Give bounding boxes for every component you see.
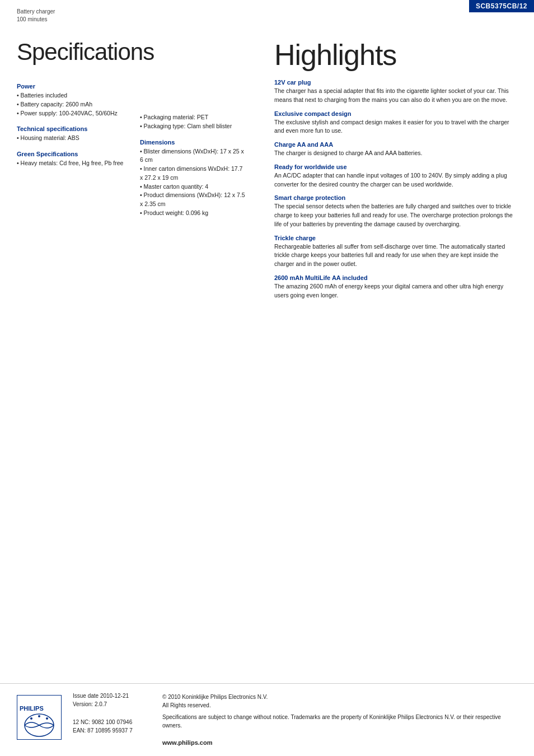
list-item: Blister dimensions (WxDxH): 17 x 25 x 6 … [140, 147, 246, 165]
highlight-12v-car-plug: 12V car plug The charger has a special a… [274, 79, 517, 105]
highlight-heading: Charge AA and AAA [274, 141, 517, 148]
tech-specs-list: Housing material: ABS [17, 134, 129, 143]
nc-ean: 12 NC: 9082 100 07946 EAN: 87 10895 9593… [73, 718, 151, 735]
svg-point-5 [46, 717, 48, 720]
specifications-column: Specifications Power Batteries included … [0, 34, 263, 316]
highlight-heading: 12V car plug [274, 79, 517, 86]
highlight-heading: Exclusive compact design [274, 110, 517, 117]
footer-meta: Issue date 2010-12-21 Version: 2.0.7 12 … [73, 693, 151, 735]
copyright-line2: All Rights reserved. [162, 701, 517, 710]
highlight-heading: Smart charge protection [274, 194, 517, 201]
svg-point-4 [38, 715, 40, 717]
highlight-text: The exclusive stylish and compact design… [274, 118, 517, 136]
dimensions-heading: Dimensions [140, 139, 246, 146]
issue-date: Issue date 2010-12-21 [73, 693, 151, 699]
specs-title: Specifications [17, 39, 246, 65]
highlight-worldwide-use: Ready for worldwide use An AC/DC adapter… [274, 164, 517, 189]
list-item: Product dimensions (WxDxH): 12 x 7.5 x 2… [140, 191, 246, 209]
copyright-line1: © 2010 Koninklijke Philips Electronics N… [162, 693, 517, 701]
version: Version: 2.0.7 [73, 701, 151, 707]
svg-text:PHILIPS: PHILIPS [20, 705, 44, 712]
nc-number: 12 NC: 9082 100 07946 [73, 718, 151, 726]
highlight-smart-charge: Smart charge protection The special sens… [274, 194, 517, 228]
specs-columns: Power Batteries included Battery capacit… [17, 75, 246, 218]
highlight-text: The amazing 2600 mAh of energy keeps you… [274, 282, 517, 300]
list-item: Housing material: ABS [17, 134, 129, 143]
dimensions-list: Blister dimensions (WxDxH): 17 x 25 x 6 … [140, 147, 246, 218]
list-item: Packaging material: PET [140, 113, 246, 122]
list-item: Power supply: 100-240VAC, 50/60Hz [17, 109, 129, 118]
packaging-section: Packaging material: PET Packaging type: … [140, 113, 246, 131]
highlight-text: Rechargeable batteries all suffer from s… [274, 242, 517, 269]
list-item: Packaging type: Clam shell blister [140, 122, 246, 131]
power-list: Batteries included Battery capacity: 260… [17, 91, 129, 118]
packaging-list: Packaging material: PET Packaging type: … [140, 113, 246, 131]
list-item: Master carton quantity: 4 [140, 183, 246, 192]
legal-text: Specifications are subject to change wit… [162, 713, 517, 730]
highlight-heading: 2600 mAh MultiLife AA included [274, 274, 517, 281]
highlight-trickle-charge: Trickle charge Rechargeable batteries al… [274, 235, 517, 269]
copyright: © 2010 Koninklijke Philips Electronics N… [162, 693, 517, 710]
highlight-heading: Trickle charge [274, 235, 517, 241]
list-item: Heavy metals: Cd free, Hg free, Pb free [17, 159, 129, 168]
power-heading: Power [17, 83, 129, 90]
philips-logo: PHILIPS [17, 695, 62, 741]
footer-legal: © 2010 Koninklijke Philips Electronics N… [162, 693, 517, 748]
highlight-text: The special sensor detects when the batt… [274, 202, 517, 228]
specs-left-subcol: Power Batteries included Battery capacit… [17, 75, 129, 218]
specs-right-subcol: Packaging material: PET Packaging type: … [140, 75, 246, 218]
highlight-2600mah: 2600 mAh MultiLife AA included The amazi… [274, 274, 517, 300]
green-specs-list: Heavy metals: Cd free, Hg free, Pb free [17, 159, 129, 168]
product-label-line1: Battery charger [17, 8, 55, 16]
ean-number: EAN: 87 10895 95937 7 [73, 726, 151, 735]
highlight-text: The charger has a special adapter that f… [274, 87, 517, 105]
green-specs-heading: Green Specifications [17, 151, 129, 157]
website: www.philips.com [162, 738, 517, 748]
highlight-charge-aa-aaa: Charge AA and AAA The charger is designe… [274, 141, 517, 158]
list-item: Batteries included [17, 91, 129, 100]
list-item: Product weight: 0.096 kg [140, 209, 246, 218]
footer: PHILIPS Issue date 2010-12-21 Version: 2… [0, 683, 534, 757]
tech-specs-heading: Technical specifications [17, 125, 129, 132]
product-label: Battery charger 100 minutes [17, 8, 55, 24]
list-item: Battery capacity: 2600 mAh [17, 100, 129, 109]
product-code: SCB5375CB/12 [469, 0, 534, 12]
highlight-heading: Ready for worldwide use [274, 164, 517, 170]
highlight-text: The charger is designed to charge AA and… [274, 149, 517, 158]
list-item: Inner carton dimensions WxDxH: 17.7 x 27… [140, 165, 246, 183]
highlight-compact-design: Exclusive compact design The exclusive s… [274, 110, 517, 136]
highlight-text: An AC/DC adapter that can handle input v… [274, 171, 517, 189]
highlights-title: Highlights [274, 39, 517, 71]
product-label-line2: 100 minutes [17, 16, 55, 24]
svg-point-3 [30, 717, 32, 720]
highlights-column: Highlights 12V car plug The charger has … [263, 34, 534, 316]
